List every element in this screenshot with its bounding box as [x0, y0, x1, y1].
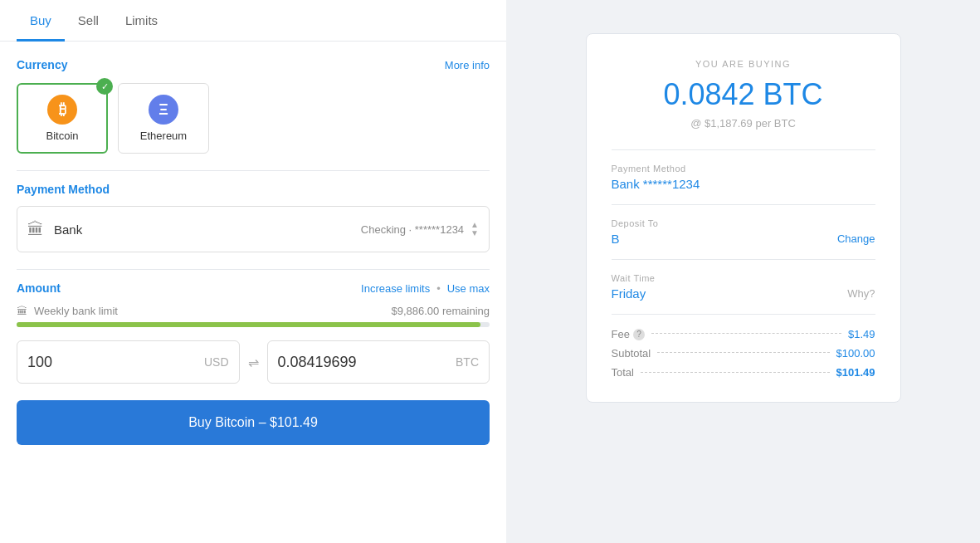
- order-divider-2: [612, 204, 875, 205]
- bitcoin-card[interactable]: ✓ ₿ Bitcoin: [17, 83, 108, 154]
- usd-input-box: USD: [17, 340, 240, 384]
- bank-limit-label: Weekly bank limit: [34, 305, 118, 317]
- tab-sell[interactable]: Sell: [65, 0, 112, 42]
- order-rate: @ $1,187.69 per BTC: [612, 117, 875, 130]
- wait-time-row: Wait Time Friday Why?: [612, 273, 875, 301]
- currency-header: Currency More info: [17, 58, 490, 71]
- divider-1: [17, 170, 490, 171]
- fee-text: Fee: [612, 328, 630, 340]
- progress-bar-bg: [17, 322, 490, 327]
- wait-time-value-row: Friday Why?: [612, 286, 875, 301]
- order-divider-4: [612, 314, 875, 315]
- deposit-to-value-row: B Change: [612, 232, 875, 246]
- order-divider-1: [612, 149, 875, 150]
- fee-question-icon[interactable]: ?: [633, 329, 645, 340]
- more-info-link[interactable]: More info: [445, 59, 490, 71]
- bank-icon: 🏛: [27, 220, 44, 239]
- bitcoin-icon: ₿: [47, 95, 77, 125]
- fee-row: Fee ? $1.49: [612, 328, 875, 340]
- why-link[interactable]: Why?: [847, 287, 875, 300]
- right-panel: YOU ARE BUYING 0.0842 BTC @ $1,187.69 pe…: [506, 0, 980, 543]
- wait-time-label: Wait Time: [612, 273, 875, 283]
- use-max-link[interactable]: Use max: [447, 282, 490, 295]
- tabs-container: Buy Sell Limits: [0, 0, 506, 42]
- total-dots: [641, 372, 830, 373]
- check-icon: ✓: [96, 78, 113, 95]
- bank-label: Bank: [54, 223, 82, 237]
- tab-buy[interactable]: Buy: [17, 0, 65, 42]
- bank-limit-left: 🏛 Weekly bank limit: [17, 305, 118, 317]
- progress-bar-fill: [17, 322, 480, 327]
- payment-method-row: Payment Method Bank ******1234: [612, 164, 875, 191]
- payment-box[interactable]: 🏛 Bank Checking · ******1234 ▲ ▼: [17, 206, 490, 252]
- payment-method-value: Bank ******1234: [612, 177, 700, 191]
- amount-section: Amount Increase limits • Use max 🏛 Weekl…: [0, 269, 506, 384]
- amount-links: Increase limits • Use max: [361, 282, 490, 295]
- usd-currency: USD: [204, 355, 229, 369]
- deposit-change-link[interactable]: Change: [837, 232, 875, 245]
- payment-title: Payment Method: [17, 183, 110, 196]
- amount-inputs: USD ⇌ BTC: [17, 340, 490, 384]
- btc-input-box: BTC: [267, 340, 490, 384]
- subtotal-dots: [657, 352, 829, 353]
- bank-detail: Checking · ******1234: [361, 223, 464, 236]
- currency-title: Currency: [17, 58, 67, 71]
- subtotal-value: $100.00: [836, 347, 875, 360]
- deposit-to-value: B: [612, 232, 620, 246]
- fee-dots: [651, 333, 841, 334]
- currency-cards: ✓ ₿ Bitcoin Ξ Ethereum: [17, 83, 490, 154]
- bitcoin-label: Bitcoin: [46, 130, 78, 142]
- payment-header: Payment Method: [17, 183, 490, 196]
- swap-icon[interactable]: ⇌: [248, 355, 259, 370]
- payment-method-row-value: Bank ******1234: [612, 177, 875, 191]
- total-label: Total: [612, 366, 634, 379]
- total-value: $101.49: [836, 366, 875, 379]
- bank-limit-row: 🏛 Weekly bank limit $9,886.00 remaining: [17, 305, 490, 317]
- currency-section: Currency More info ✓ ₿ Bitcoin Ξ Ethereu…: [0, 42, 506, 154]
- you-are-buying-label: YOU ARE BUYING: [612, 59, 875, 69]
- deposit-to-label: Deposit To: [612, 218, 875, 228]
- payment-section: Payment Method 🏛 Bank Checking · ******1…: [0, 170, 506, 252]
- payment-method-row-label: Payment Method: [612, 164, 875, 174]
- tab-limits[interactable]: Limits: [112, 0, 171, 42]
- wait-time-value: Friday: [612, 286, 646, 301]
- total-row: Total $101.49: [612, 366, 875, 379]
- bank-icon-small: 🏛: [17, 305, 27, 317]
- divider-2: [17, 269, 490, 270]
- btc-currency: BTC: [456, 355, 479, 369]
- subtotal-label: Subtotal: [612, 347, 651, 360]
- bank-limit-remaining: $9,886.00 remaining: [391, 305, 490, 317]
- ethereum-card[interactable]: Ξ Ethereum: [118, 83, 209, 154]
- amount-header: Amount Increase limits • Use max: [17, 281, 490, 295]
- ethereum-icon: Ξ: [149, 95, 178, 125]
- fee-value: $1.49: [848, 328, 875, 340]
- deposit-to-row: Deposit To B Change: [612, 218, 875, 246]
- increase-limits-link[interactable]: Increase limits: [361, 282, 430, 295]
- left-panel: Buy Sell Limits Currency More info ✓ ₿ B…: [0, 0, 506, 543]
- ethereum-label: Ethereum: [140, 130, 187, 142]
- fee-label: Fee ?: [612, 328, 645, 340]
- buy-button[interactable]: Buy Bitcoin – $101.49: [17, 400, 490, 445]
- order-divider-3: [612, 259, 875, 260]
- amount-title: Amount: [17, 281, 61, 295]
- usd-input[interactable]: [27, 354, 197, 371]
- payment-stepper[interactable]: ▲ ▼: [470, 221, 479, 237]
- dot-separator: •: [436, 282, 441, 295]
- order-amount: 0.0842 BTC: [612, 77, 875, 112]
- order-card: YOU ARE BUYING 0.0842 BTC @ $1,187.69 pe…: [586, 33, 901, 403]
- subtotal-row: Subtotal $100.00: [612, 347, 875, 360]
- btc-input[interactable]: [278, 354, 450, 371]
